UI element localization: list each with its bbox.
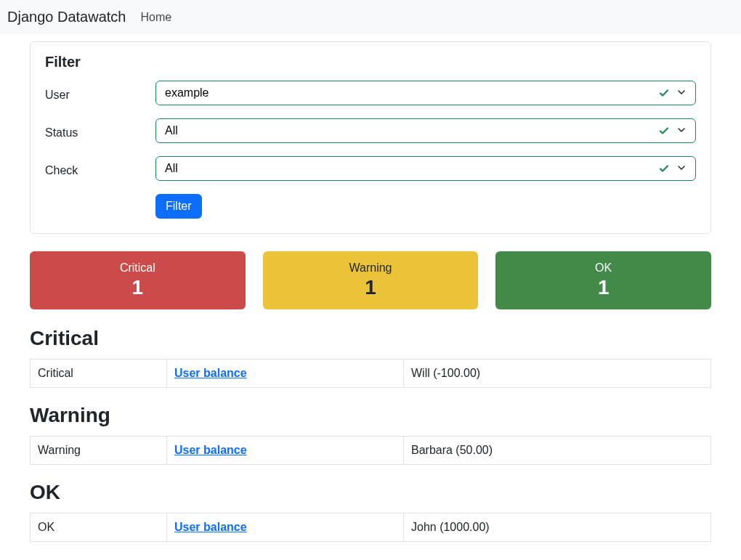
- table-row: Critical User balance Will (-100.00): [31, 360, 711, 388]
- section-title-warning: Warning: [30, 404, 711, 427]
- status-card-count: 1: [270, 276, 471, 299]
- check-select[interactable]: [155, 156, 696, 181]
- cell-payload: Barbara (50.00): [404, 437, 711, 465]
- check-link[interactable]: User balance: [174, 521, 247, 533]
- table-warning: Warning User balance Barbara (50.00): [30, 436, 711, 465]
- filter-label-check: Check: [45, 160, 155, 177]
- cell-status: Critical: [31, 360, 167, 388]
- filter-label-status: Status: [45, 122, 155, 139]
- user-select[interactable]: [155, 81, 696, 105]
- section-title-critical: Critical: [30, 327, 711, 350]
- status-card-label: Warning: [270, 261, 471, 275]
- status-card-label: OK: [503, 261, 704, 275]
- section-title-ok: OK: [30, 481, 711, 504]
- status-select[interactable]: [155, 118, 696, 143]
- check-link[interactable]: User balance: [174, 444, 247, 456]
- cell-payload: John (1000.00): [404, 514, 711, 542]
- status-card-ok[interactable]: OK 1: [495, 251, 711, 309]
- status-card-count: 1: [37, 276, 238, 299]
- navbar: Django Datawatch Home: [0, 0, 741, 34]
- filter-card: Filter User Status: [30, 41, 711, 234]
- cell-check: User balance: [167, 437, 404, 465]
- table-critical: Critical User balance Will (-100.00): [30, 359, 711, 388]
- filter-title: Filter: [45, 54, 696, 70]
- navbar-brand[interactable]: Django Datawatch: [7, 9, 126, 25]
- check-link[interactable]: User balance: [174, 367, 247, 379]
- cell-status: Warning: [31, 437, 167, 465]
- filter-button[interactable]: Filter: [155, 194, 202, 219]
- cell-status: OK: [31, 514, 167, 542]
- table-row: Warning User balance Barbara (50.00): [31, 437, 711, 465]
- table-ok: OK User balance John (1000.00): [30, 513, 711, 542]
- table-row: OK User balance John (1000.00): [31, 514, 711, 542]
- cell-check: User balance: [167, 514, 404, 542]
- nav-link-home[interactable]: Home: [140, 11, 171, 24]
- filter-label-user: User: [45, 84, 155, 102]
- status-cards: Critical 1 Warning 1 OK 1: [30, 251, 711, 309]
- status-card-label: Critical: [37, 261, 238, 275]
- status-card-warning[interactable]: Warning 1: [263, 251, 479, 309]
- cell-payload: Will (-100.00): [404, 360, 711, 388]
- cell-check: User balance: [167, 360, 404, 388]
- status-card-critical[interactable]: Critical 1: [30, 251, 246, 309]
- status-card-count: 1: [503, 276, 704, 299]
